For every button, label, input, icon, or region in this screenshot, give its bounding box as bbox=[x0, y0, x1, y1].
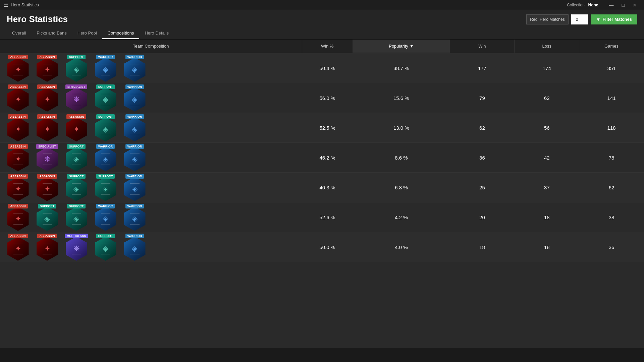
loss-count: 62 bbox=[515, 83, 579, 113]
table-body: AssassinAssassinSupportWarriorWarrior50.… bbox=[0, 53, 644, 262]
hero-badge: Support bbox=[64, 204, 89, 231]
popularity: 6.8 % bbox=[353, 173, 450, 202]
hero-badge: Support bbox=[93, 234, 118, 260]
popularity: 4.0 % bbox=[353, 232, 450, 262]
table-header-row: Team Composition Win % Popularity ▼ Win … bbox=[0, 40, 644, 53]
loss-count: 42 bbox=[515, 143, 579, 173]
minimize-button[interactable]: — bbox=[605, 2, 618, 8]
maximize-button[interactable]: □ bbox=[618, 2, 629, 8]
hero-icon bbox=[123, 237, 147, 260]
hero-badge: Warrior bbox=[122, 144, 147, 171]
hero-symbol bbox=[103, 185, 108, 193]
req-hero-matches-input[interactable] bbox=[571, 14, 588, 24]
hero-badge: Assassin bbox=[35, 174, 60, 201]
hero-shield bbox=[7, 177, 29, 201]
window-controls[interactable]: — □ ✕ bbox=[605, 2, 641, 8]
req-hero-matches-label: Req. Hero Matches bbox=[526, 14, 568, 24]
hero-icon bbox=[94, 58, 117, 81]
hero-icon bbox=[65, 177, 88, 201]
win-percentage: 50.4 % bbox=[302, 53, 353, 83]
close-button[interactable]: ✕ bbox=[629, 2, 641, 8]
hero-symbol bbox=[15, 244, 21, 253]
hero-shield bbox=[7, 147, 29, 171]
hero-badge: Multiclass bbox=[64, 234, 89, 260]
hero-role-tag: Assassin bbox=[37, 55, 57, 59]
hero-icon bbox=[36, 237, 59, 260]
games-count: 36 bbox=[579, 232, 644, 262]
hero-role-tag: Warrior bbox=[96, 144, 115, 149]
hero-badge: Assassin bbox=[5, 144, 31, 171]
col-header-comp: Team Composition bbox=[0, 40, 302, 53]
header-top: Hero Statistics Req. Hero Matches ▼ Filt… bbox=[7, 14, 637, 28]
tab-hero-pool[interactable]: Hero Pool bbox=[72, 28, 102, 39]
hero-icon bbox=[6, 207, 30, 231]
hero-shield bbox=[95, 117, 116, 141]
comp-cell: AssassinSpecialistSupportWarriorWarrior bbox=[0, 143, 302, 173]
hero-symbol bbox=[132, 185, 138, 193]
filter-matches-button[interactable]: ▼ Filter Matches bbox=[591, 14, 637, 24]
hero-badge: Assassin bbox=[64, 114, 89, 141]
hero-role-tag: Warrior bbox=[125, 204, 144, 208]
win-count: 79 bbox=[450, 83, 515, 113]
hero-symbol bbox=[44, 185, 50, 193]
hero-icon bbox=[94, 118, 117, 141]
hero-badge: Warrior bbox=[122, 174, 147, 201]
hero-badge: Support bbox=[35, 204, 60, 231]
loss-count: 18 bbox=[515, 232, 579, 262]
hero-role-tag: Assassin bbox=[8, 204, 28, 208]
table-row: AssassinAssassinSpecialistSupportWarrior… bbox=[0, 83, 644, 113]
col-header-winpct[interactable]: Win % bbox=[302, 40, 353, 53]
hero-symbol bbox=[132, 125, 138, 134]
hero-icon bbox=[94, 177, 117, 201]
hero-badge: Warrior bbox=[93, 144, 118, 171]
menu-icon[interactable]: ☰ bbox=[3, 2, 8, 8]
hero-symbol bbox=[103, 65, 108, 74]
hero-symbol bbox=[44, 155, 50, 164]
hero-icon bbox=[94, 207, 117, 231]
hero-shield bbox=[95, 58, 116, 82]
hero-role-tag: Warrior bbox=[125, 55, 144, 59]
hero-shield bbox=[124, 117, 146, 141]
table-row: AssassinAssassinSupportSupportWarrior40.… bbox=[0, 173, 644, 202]
win-percentage: 56.0 % bbox=[302, 83, 353, 113]
hero-shield bbox=[66, 207, 87, 231]
hero-badge: Warrior bbox=[93, 55, 118, 81]
hero-role-tag: Support bbox=[38, 204, 57, 208]
col-header-popularity[interactable]: Popularity ▼ bbox=[353, 40, 450, 53]
hero-icon bbox=[94, 147, 117, 171]
hero-symbol bbox=[103, 125, 108, 134]
hero-badge: Warrior bbox=[93, 204, 118, 231]
hero-symbol bbox=[15, 65, 21, 74]
tab-picks-bans[interactable]: Picks and Bans bbox=[31, 28, 72, 39]
hero-shield bbox=[95, 147, 116, 171]
hero-symbol bbox=[44, 215, 50, 223]
hero-symbol bbox=[15, 155, 21, 164]
col-header-games[interactable]: Games bbox=[579, 40, 644, 53]
hero-badge: Assassin bbox=[5, 204, 31, 231]
hero-shield bbox=[37, 58, 58, 82]
hero-badge: Warrior bbox=[122, 234, 147, 260]
loss-count: 174 bbox=[515, 53, 579, 83]
hero-shield bbox=[7, 207, 29, 231]
hero-icon bbox=[6, 58, 30, 81]
popularity: 4.2 % bbox=[353, 202, 450, 232]
hero-icon bbox=[36, 58, 59, 81]
hero-symbol bbox=[44, 95, 50, 104]
hero-icon bbox=[123, 58, 147, 81]
games-count: 141 bbox=[579, 83, 644, 113]
hero-role-tag: Warrior bbox=[125, 144, 144, 149]
tab-compositions[interactable]: Compositions bbox=[102, 28, 140, 39]
hero-role-tag: Support bbox=[67, 144, 86, 149]
hero-symbol bbox=[103, 215, 108, 223]
tab-overall[interactable]: Overall bbox=[7, 28, 31, 39]
games-count: 38 bbox=[579, 202, 644, 232]
hero-composition: AssassinSpecialistSupportWarriorWarrior bbox=[0, 143, 302, 172]
tab-hero-details[interactable]: Hero Details bbox=[139, 28, 174, 39]
hero-badge: Support bbox=[64, 55, 89, 81]
col-header-win[interactable]: Win bbox=[450, 40, 515, 53]
col-header-loss[interactable]: Loss bbox=[515, 40, 579, 53]
hero-icon bbox=[65, 147, 88, 171]
hero-icon bbox=[6, 177, 30, 201]
hero-symbol bbox=[73, 185, 79, 193]
comp-cell: AssassinAssassinSpecialistSupportWarrior bbox=[0, 83, 302, 113]
